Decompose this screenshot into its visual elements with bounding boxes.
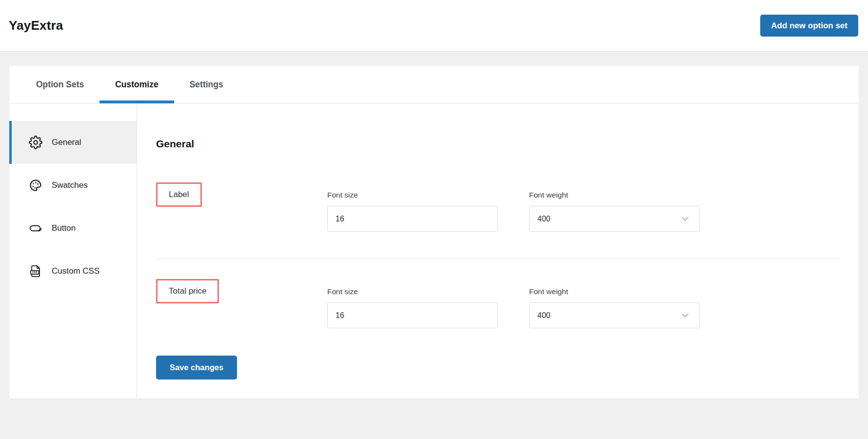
sidebar-item-label: Custom CSS <box>52 266 99 276</box>
total-price-font-size-input[interactable] <box>327 302 498 328</box>
font-size-label: Font size <box>327 190 498 200</box>
sidebar-item-label: Swatches <box>52 180 88 190</box>
page-title: General <box>156 138 839 150</box>
font-weight-label: Font weight <box>529 190 700 200</box>
tab-label: Settings <box>190 80 223 90</box>
save-changes-button[interactable]: Save changes <box>156 356 237 379</box>
add-new-option-set-button[interactable]: Add new option set <box>760 15 858 37</box>
tab-label: Option Sets <box>36 80 84 90</box>
tab-settings[interactable]: Settings <box>174 66 239 103</box>
label-font-size-input[interactable] <box>327 206 498 232</box>
button-shape-icon <box>29 221 42 235</box>
settings-card: Option Sets Customize Settings General <box>9 66 859 399</box>
content-panel: General Label Font size Font weight 400 <box>137 103 859 399</box>
palette-icon <box>29 179 42 192</box>
total-price-settings-row: Total price Font size Font weight 400 <box>156 279 839 328</box>
label-settings-row: Label Font size Font weight 400 <box>156 182 839 232</box>
sidebar-item-label: Button <box>52 223 76 233</box>
chevron-down-icon <box>680 310 690 321</box>
section-divider <box>156 259 839 259</box>
sidebar-item-label: General <box>52 138 81 147</box>
tab-customize[interactable]: Customize <box>99 66 174 103</box>
tab-option-sets[interactable]: Option Sets <box>20 66 99 103</box>
total-price-font-weight-group: Font weight 400 <box>529 279 700 328</box>
label-font-weight-group: Font weight 400 <box>529 182 700 232</box>
total-price-font-weight-select[interactable]: 400 <box>529 302 700 328</box>
font-weight-label: Font weight <box>529 287 700 296</box>
sidebar-item-button[interactable]: Button <box>9 207 137 250</box>
sidebar: General Swatches <box>9 103 137 399</box>
gear-icon <box>29 136 42 149</box>
css-file-icon: CSS <box>29 264 42 278</box>
highlighted-label-label: Label <box>156 182 202 207</box>
select-value: 400 <box>537 311 551 320</box>
label-font-weight-select[interactable]: 400 <box>529 206 700 232</box>
top-header: YayExtra Add new option set <box>0 0 868 51</box>
label-font-size-group: Font size <box>327 182 498 232</box>
card-body: General Swatches <box>9 103 859 399</box>
highlighted-total-price-label: Total price <box>156 279 219 303</box>
tab-bar: Option Sets Customize Settings <box>9 66 859 103</box>
total-price-font-size-group: Font size <box>327 279 498 328</box>
sidebar-item-custom-css[interactable]: CSS Custom CSS <box>9 250 137 293</box>
font-size-label: Font size <box>327 287 498 296</box>
tab-label: Customize <box>115 80 158 90</box>
svg-text:CSS: CSS <box>32 271 38 274</box>
sidebar-item-general[interactable]: General <box>9 121 137 164</box>
chevron-down-icon <box>680 214 690 224</box>
app-title: YayExtra <box>9 18 63 33</box>
sidebar-item-swatches[interactable]: Swatches <box>9 164 137 207</box>
select-value: 400 <box>537 215 551 223</box>
